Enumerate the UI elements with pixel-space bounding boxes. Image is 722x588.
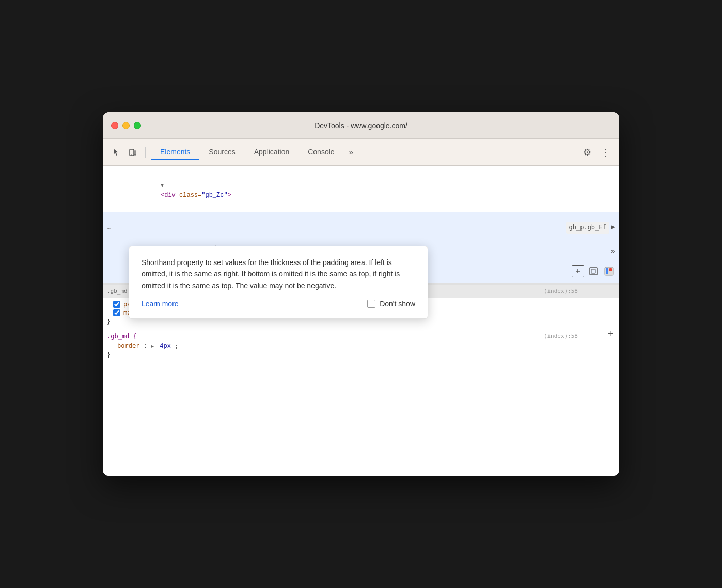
learn-more-link[interactable]: Learn more xyxy=(142,300,179,308)
svg-rect-1 xyxy=(134,151,136,155)
svg-point-2 xyxy=(131,154,132,156)
expand-right-icon[interactable]: ▶ xyxy=(611,223,615,233)
dots-icon: … xyxy=(107,223,111,233)
more-menu-icon[interactable]: ⋮ xyxy=(599,145,613,160)
svg-rect-3 xyxy=(590,268,597,275)
css-prop-border: border : 4px ; xyxy=(103,341,619,350)
more-tabs-button[interactable]: » xyxy=(344,145,358,160)
margin-left-checkbox[interactable] xyxy=(113,309,120,316)
toolbar-right: ⚙ ⋮ xyxy=(580,145,613,160)
dont-show-checkbox[interactable] xyxy=(367,300,375,308)
tooltip-footer: Learn more Don't show xyxy=(142,300,415,308)
add-style-icon[interactable] xyxy=(572,265,584,277)
window-title: DevTools - www.google.com/ xyxy=(315,121,407,130)
minimize-button[interactable] xyxy=(122,122,130,129)
tooltip-description: Shorthand property to set values for the… xyxy=(142,257,415,291)
more-right-icon[interactable]: » xyxy=(611,245,615,257)
styles-tools xyxy=(572,265,615,277)
html-tag-close: > xyxy=(228,192,231,199)
devtools-window: DevTools - www.google.com/ Elements Sour… xyxy=(103,112,619,476)
traffic-lights xyxy=(111,122,141,129)
css-rule-2-header: .gb_md { (index):58 xyxy=(103,331,619,341)
cursor-tool-icon[interactable] xyxy=(109,145,123,160)
expand-icon xyxy=(161,181,164,191)
html-tag: <div xyxy=(161,192,179,199)
box-model-icon[interactable] xyxy=(587,265,600,277)
close-button[interactable] xyxy=(111,122,118,129)
settings-icon[interactable]: ⚙ xyxy=(580,145,594,160)
main-content: <div class="gb_Zc"> … <div class="gb_K g… xyxy=(103,166,619,476)
devtools-toolbar: Elements Sources Application Console » ⚙… xyxy=(103,139,619,166)
dont-show-row: Don't show xyxy=(367,300,415,308)
css-selector-2: .gb_md { xyxy=(107,333,137,340)
attr-name: class= xyxy=(179,192,201,199)
dont-show-label: Don't show xyxy=(380,300,415,308)
padding-left-checkbox[interactable] xyxy=(113,301,120,308)
class-badge: gb_p.gb_Ef xyxy=(566,222,609,234)
tab-console[interactable]: Console xyxy=(299,145,343,160)
tooltip-popup: Shorthand property to set values for the… xyxy=(129,246,428,319)
maximize-button[interactable] xyxy=(134,122,141,129)
more-icon-row: » xyxy=(611,245,615,257)
svg-rect-7 xyxy=(609,268,612,271)
svg-rect-4 xyxy=(591,269,595,273)
tab-application[interactable]: Application xyxy=(245,145,299,160)
device-toolbar-icon[interactable] xyxy=(125,145,140,160)
border-expand-icon[interactable] xyxy=(151,342,154,349)
svg-rect-6 xyxy=(606,268,608,274)
line-number-1: (index):58 xyxy=(544,287,578,297)
titlebar: DevTools - www.google.com/ xyxy=(103,112,619,139)
devtools-tabs: Elements Sources Application Console » xyxy=(151,145,578,160)
tab-elements[interactable]: Elements xyxy=(151,145,199,160)
class-badge-area: gb_p.gb_Ef ▶ xyxy=(566,222,615,234)
line-number-2: (index):58 xyxy=(544,333,578,339)
right-icons: » xyxy=(611,245,615,257)
color-picker-icon[interactable] xyxy=(603,265,615,277)
attr-value: "gb_Zc" xyxy=(201,192,227,199)
tab-sources[interactable]: Sources xyxy=(199,145,244,160)
css-close-brace-2: } xyxy=(103,350,619,360)
toolbar-divider xyxy=(145,147,146,158)
html-line-1[interactable]: <div class="gb_Zc"> xyxy=(103,170,619,212)
